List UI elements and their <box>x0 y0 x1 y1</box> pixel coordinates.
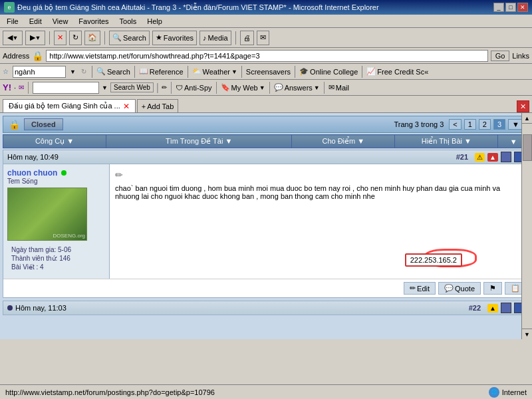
free-credit-link[interactable]: 📈 Free Credit Sc« <box>366 67 428 76</box>
separator-2 <box>134 66 135 78</box>
home-button[interactable]: 🏠 <box>84 31 100 45</box>
scroll-up-button[interactable]: ▲ <box>522 113 532 124</box>
add-tab-label: Add Tab <box>147 102 174 110</box>
post-header: Hôm nay, 10:49 #21 ⚠ ▲ <box>3 150 529 164</box>
toolbar-separator-3 <box>235 31 236 45</box>
post-icon-1 <box>501 152 511 162</box>
col-search[interactable]: Tìm Trong Đề Tài ▼ <box>106 135 292 148</box>
vertical-scrollbar[interactable]: ▲ ▼ <box>521 113 532 339</box>
mail-icon: ✉ <box>329 83 334 92</box>
menu-favorites[interactable]: Favorites <box>74 17 112 26</box>
post2-icons: #22 ▲ <box>469 303 525 313</box>
college-icon: 🎓 <box>299 67 309 76</box>
page-3-button[interactable]: 3 <box>493 119 505 130</box>
content-area: 🔒 Closed Trang 3 trong 3 < 1 2 3 ▼ <box>0 113 532 339</box>
anti-spy-label: Anti-Spy <box>184 84 212 92</box>
edit-icon: ✏ <box>410 284 416 293</box>
current-tab[interactable]: Đấu giá bộ tem Giáng Sinh của ... ✕ <box>3 99 136 112</box>
weather-link[interactable]: ⛅ Weather ▼ <box>192 67 237 76</box>
search-field[interactable] <box>13 66 66 78</box>
separator-4 <box>241 66 242 78</box>
reference-icon: 📖 <box>139 67 148 76</box>
menu-edit[interactable]: Edit <box>25 17 46 26</box>
ip-address: 222.253.165.2 <box>410 256 457 264</box>
maximize-button[interactable]: □ <box>505 3 516 12</box>
address-bar: Address 🔒 Go Links <box>0 48 532 64</box>
toolbar3-sep-2: | <box>156 82 159 94</box>
menu-help[interactable]: Help <box>143 17 166 26</box>
col-display[interactable]: Hiển Thị Bài ▼ <box>395 135 498 148</box>
my-web-link[interactable]: 🔖 My Web ▼ <box>221 83 265 92</box>
chart-icon: 📈 <box>366 67 376 76</box>
post-text: chao` ban nguoi tim duong , hom bua minh… <box>115 184 523 200</box>
go-button[interactable]: Go <box>491 51 510 61</box>
menu-file[interactable]: File <box>3 17 23 26</box>
dropdown-icon: ▼ <box>70 68 76 75</box>
yahoo-logo: Y! <box>3 82 11 92</box>
online-college-link[interactable]: 🎓 Online College <box>299 67 358 76</box>
screensavers-link[interactable]: Screensavers <box>246 68 291 76</box>
weather-icon: ⛅ <box>192 67 201 76</box>
col-points[interactable]: Cho Điểm ▼ <box>292 135 395 148</box>
back-button[interactable]: ◀ ▼ <box>3 31 23 45</box>
app-icon: e <box>4 2 15 13</box>
yahoo-search-input[interactable] <box>33 82 99 94</box>
close-button[interactable]: ✕ <box>517 3 528 12</box>
minimize-button[interactable]: _ <box>493 3 504 12</box>
report-button[interactable]: ⚑ <box>483 282 502 295</box>
menu-tools[interactable]: Tools <box>116 17 141 26</box>
media-button[interactable]: ♪ Media <box>200 31 231 45</box>
closed-label: Closed <box>31 120 56 128</box>
mail-label: Mail <box>336 84 349 92</box>
answers-label: Answers <box>285 84 313 92</box>
forward-button[interactable]: ▶ ▼ <box>25 31 45 45</box>
address-input[interactable] <box>46 50 487 62</box>
post-count-label: Bài Viết : <box>11 263 38 271</box>
scroll-down-button[interactable]: ▼ <box>522 329 532 339</box>
closed-button[interactable]: Closed <box>24 118 63 130</box>
search-link[interactable]: 🔍 Search <box>96 67 130 76</box>
mail-link[interactable]: ✉ Mail <box>329 83 349 92</box>
page-prev-button[interactable]: < <box>449 119 461 130</box>
author-rank: Tem Sống <box>7 178 105 185</box>
online-college-label: Online College <box>310 68 358 76</box>
separator-6 <box>362 66 362 78</box>
scroll-thumb[interactable] <box>523 134 532 161</box>
favorites-button[interactable]: ★ Favorites <box>152 31 197 45</box>
refresh-button[interactable]: ↻ <box>69 31 82 45</box>
anti-spy-link[interactable]: 🛡 Anti-Spy <box>176 84 212 92</box>
alert-icon: ▲ <box>487 153 498 162</box>
separator-5 <box>295 66 295 78</box>
col-tools[interactable]: Công Cụ ▼ <box>3 135 106 148</box>
window-title: Đeu giá bộ tem Giáng Sinh cea Aitutaki -… <box>17 3 379 12</box>
mail-button[interactable]: ✉ <box>257 31 269 45</box>
edit-button[interactable]: ✏ Edit <box>404 282 436 295</box>
author-name[interactable]: chuon chuon <box>7 168 57 178</box>
padlock-icon: 🔒 <box>9 119 20 130</box>
reference-link[interactable]: 📖 Reference <box>139 67 184 76</box>
ie-close-button[interactable]: ✕ <box>517 100 529 112</box>
page-1-button[interactable]: 1 <box>464 119 476 130</box>
my-web-label: My Web <box>231 84 258 92</box>
answers-link[interactable]: 💬 Answers ▼ <box>274 83 320 92</box>
menu-view[interactable]: View <box>49 17 72 26</box>
ip-tooltip: 222.253.165.2 <box>405 253 462 267</box>
tab-close-button[interactable]: ✕ <box>123 102 130 111</box>
quote-button[interactable]: 💬 Quote <box>438 282 481 295</box>
yahoo-separator: · <box>14 84 16 92</box>
search-web-button[interactable]: Search Web <box>110 82 154 92</box>
title-bar: e Đeu giá bộ tem Giáng Sinh cea Aitutaki… <box>0 0 532 15</box>
stop-button[interactable]: ✕ <box>54 31 66 45</box>
weather-dropdown-icon: ▼ <box>231 68 237 75</box>
search-toolbar-button[interactable]: 🔍 Search <box>109 31 150 45</box>
add-tab-button[interactable]: + Add Tab <box>137 99 179 112</box>
post-count-item: Bài Viết : 4 <box>11 263 101 271</box>
warn-icon: ⚠ <box>475 153 485 162</box>
post-row: Hôm nay, 10:49 #21 ⚠ ▲ chuon chuon <box>3 150 529 298</box>
print-button[interactable]: 🖨 <box>240 31 254 45</box>
weather-label: Weather <box>203 68 230 76</box>
search-toolbar: ☆ ▼ ↻ 🔍 Search 📖 Reference ⛅ Weather ▼ S… <box>0 64 532 80</box>
page-2-button[interactable]: 2 <box>479 119 491 130</box>
toolbar-separator <box>49 31 50 45</box>
post2-number: #22 <box>469 304 481 312</box>
